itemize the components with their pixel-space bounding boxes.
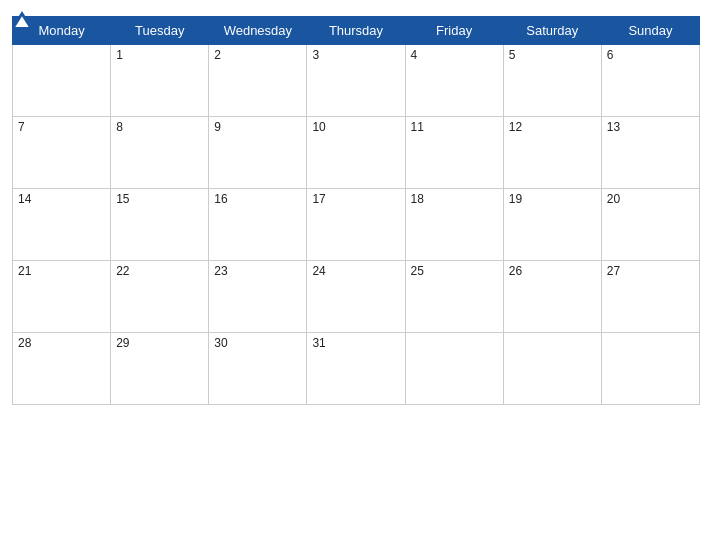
weekday-header-tuesday: Tuesday	[111, 17, 209, 45]
day-number: 19	[509, 192, 522, 206]
day-number: 9	[214, 120, 221, 134]
day-number: 4	[411, 48, 418, 62]
calendar-day-cell: 1	[111, 45, 209, 117]
logo-area	[12, 10, 34, 28]
calendar-day-cell: 19	[503, 189, 601, 261]
calendar-day-cell: 30	[209, 333, 307, 405]
calendar-week-row-1: 123456	[13, 45, 700, 117]
calendar-day-cell	[601, 333, 699, 405]
calendar-day-cell: 24	[307, 261, 405, 333]
day-number: 26	[509, 264, 522, 278]
calendar-week-row-5: 28293031	[13, 333, 700, 405]
weekday-header-row: MondayTuesdayWednesdayThursdayFridaySatu…	[13, 17, 700, 45]
generalblue-logo-icon	[12, 11, 32, 27]
calendar-day-cell: 15	[111, 189, 209, 261]
day-number: 30	[214, 336, 227, 350]
day-number: 2	[214, 48, 221, 62]
calendar-day-cell: 17	[307, 189, 405, 261]
calendar-day-cell: 18	[405, 189, 503, 261]
weekday-header-thursday: Thursday	[307, 17, 405, 45]
day-number: 22	[116, 264, 129, 278]
day-number: 31	[312, 336, 325, 350]
calendar-day-cell: 2	[209, 45, 307, 117]
calendar-day-cell: 8	[111, 117, 209, 189]
day-number: 10	[312, 120, 325, 134]
day-number: 23	[214, 264, 227, 278]
day-number: 18	[411, 192, 424, 206]
day-number: 15	[116, 192, 129, 206]
calendar-day-cell: 25	[405, 261, 503, 333]
calendar-day-cell: 10	[307, 117, 405, 189]
calendar-day-cell: 20	[601, 189, 699, 261]
day-number: 16	[214, 192, 227, 206]
calendar-week-row-3: 14151617181920	[13, 189, 700, 261]
calendar-week-row-2: 78910111213	[13, 117, 700, 189]
calendar-day-cell: 12	[503, 117, 601, 189]
calendar-day-cell: 22	[111, 261, 209, 333]
day-number: 7	[18, 120, 25, 134]
day-number: 8	[116, 120, 123, 134]
calendar-day-cell: 3	[307, 45, 405, 117]
calendar-week-row-4: 21222324252627	[13, 261, 700, 333]
day-number: 20	[607, 192, 620, 206]
calendar-container: MondayTuesdayWednesdayThursdayFridaySatu…	[0, 0, 712, 550]
day-number: 28	[18, 336, 31, 350]
calendar-day-cell: 23	[209, 261, 307, 333]
calendar-day-cell: 28	[13, 333, 111, 405]
calendar-day-cell: 5	[503, 45, 601, 117]
calendar-day-cell: 6	[601, 45, 699, 117]
day-number: 14	[18, 192, 31, 206]
calendar-day-cell: 29	[111, 333, 209, 405]
calendar-day-cell	[503, 333, 601, 405]
calendar-day-cell: 26	[503, 261, 601, 333]
calendar-day-cell: 4	[405, 45, 503, 117]
calendar-thead: MondayTuesdayWednesdayThursdayFridaySatu…	[13, 17, 700, 45]
calendar-day-cell	[13, 45, 111, 117]
calendar-body: 1234567891011121314151617181920212223242…	[13, 45, 700, 405]
day-number: 29	[116, 336, 129, 350]
weekday-header-friday: Friday	[405, 17, 503, 45]
day-number: 1	[116, 48, 123, 62]
calendar-day-cell: 7	[13, 117, 111, 189]
day-number: 5	[509, 48, 516, 62]
calendar-day-cell: 21	[13, 261, 111, 333]
calendar-day-cell: 9	[209, 117, 307, 189]
day-number: 24	[312, 264, 325, 278]
calendar-day-cell: 31	[307, 333, 405, 405]
calendar-day-cell: 13	[601, 117, 699, 189]
day-number: 27	[607, 264, 620, 278]
calendar-day-cell	[405, 333, 503, 405]
day-number: 6	[607, 48, 614, 62]
calendar-table: MondayTuesdayWednesdayThursdayFridaySatu…	[12, 16, 700, 405]
calendar-day-cell: 14	[13, 189, 111, 261]
day-number: 3	[312, 48, 319, 62]
logo-row	[12, 10, 34, 28]
calendar-day-cell: 11	[405, 117, 503, 189]
day-number: 25	[411, 264, 424, 278]
weekday-header-sunday: Sunday	[601, 17, 699, 45]
calendar-day-cell: 27	[601, 261, 699, 333]
weekday-header-saturday: Saturday	[503, 17, 601, 45]
weekday-header-wednesday: Wednesday	[209, 17, 307, 45]
calendar-day-cell: 16	[209, 189, 307, 261]
day-number: 12	[509, 120, 522, 134]
day-number: 11	[411, 120, 424, 134]
day-number: 17	[312, 192, 325, 206]
day-number: 21	[18, 264, 31, 278]
day-number: 13	[607, 120, 620, 134]
